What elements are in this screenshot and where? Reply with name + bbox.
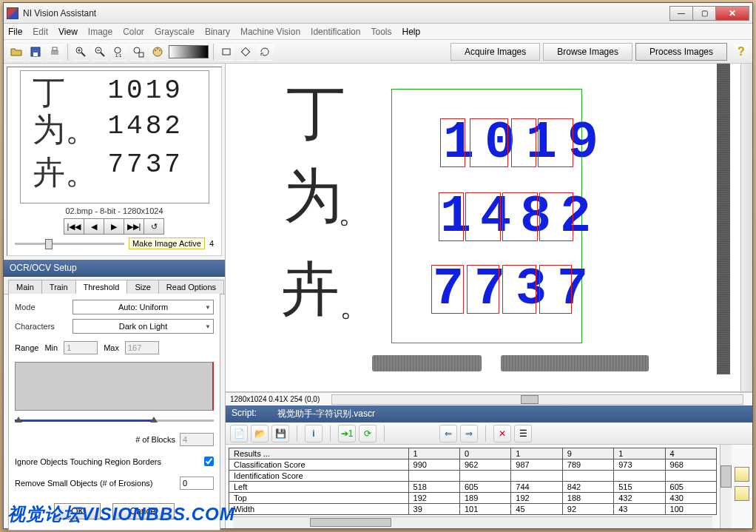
menu-file[interactable]: File (8, 27, 22, 37)
thumb-glyph: 为。 (33, 108, 98, 152)
minimize-button[interactable]: — (669, 6, 693, 21)
image-canvas[interactable]: 丁 为 。 卉 。 1019 1482 (226, 64, 752, 392)
menu-view[interactable]: View (58, 27, 78, 37)
rotated-rect-icon[interactable] (237, 43, 254, 61)
tab-main[interactable]: Main (8, 280, 42, 294)
first-image-button[interactable]: |◀◀ (64, 218, 84, 235)
step-back-icon[interactable]: ⇐ (439, 425, 457, 442)
run-once-icon[interactable]: ➔1 (338, 425, 356, 442)
col-header[interactable]: 0 (459, 448, 510, 459)
erosions-input[interactable]: 0 (180, 477, 214, 490)
horizontal-scrollbar[interactable] (331, 394, 743, 405)
menu-identification[interactable]: Identification (311, 27, 360, 37)
table-row: Top192189192188432430 (229, 493, 717, 504)
tab-browse-images[interactable]: Browse Images (543, 43, 632, 61)
open-icon[interactable] (7, 43, 25, 61)
ignore-border-checkbox[interactable] (204, 457, 214, 466)
maximize-button[interactable]: ▢ (692, 6, 716, 21)
col-header[interactable]: 4 (665, 448, 716, 459)
new-script-icon[interactable]: 📄 (230, 425, 248, 442)
tab-read-options[interactable]: Read Options (158, 280, 224, 294)
print-icon[interactable] (46, 43, 64, 61)
blocks-input[interactable]: 4 (180, 433, 214, 446)
col-header[interactable]: 1 (614, 448, 665, 459)
thumb-glyph: 卉。 (33, 151, 98, 195)
vertical-scrollbar[interactable] (740, 64, 752, 391)
script-name: 视觉助手-字符识别.vascr (277, 408, 375, 420)
zoom-fit-icon[interactable] (129, 43, 147, 61)
col-header[interactable]: 9 (562, 448, 613, 459)
step-forward-icon[interactable]: ⇒ (460, 425, 478, 442)
watermark-text: 视觉论坛VISIONBBS.COM (7, 502, 235, 526)
reload-image-button[interactable]: ↺ (144, 218, 164, 235)
ignore-border-label: Ignore Objects Touching Region Borders (15, 457, 161, 466)
menu-color[interactable]: Color (123, 27, 144, 37)
table-row: Left518605744842515605 (229, 482, 717, 493)
max-input[interactable]: 167 (125, 341, 159, 354)
open-script-icon[interactable]: 📂 (251, 425, 269, 442)
zoom-out-icon[interactable] (91, 43, 109, 61)
rect-tool-icon[interactable] (217, 43, 235, 61)
char-box (431, 265, 464, 314)
menu-bar: File Edit View Image Color Grayscale Bin… (4, 24, 752, 40)
results-pane: Results ... 1 0 1 9 1 4 Classification S… (226, 445, 752, 528)
gradient-swatch[interactable] (169, 45, 209, 58)
script-toolbar: 📄 📂 💾 i ➔1 ⟳ ⇐ ⇒ ✕ ☰ (226, 422, 752, 445)
col-header[interactable]: Results ... (229, 448, 409, 459)
menu-image[interactable]: Image (88, 27, 112, 37)
col-header[interactable]: 1 (408, 448, 459, 459)
export-icon[interactable] (735, 467, 749, 482)
canvas-glyph: 丁 (286, 74, 345, 154)
menu-edit[interactable]: Edit (33, 27, 48, 37)
script-label: Script: (232, 408, 257, 420)
delete-step-icon[interactable]: ✕ (493, 425, 511, 442)
menu-binary[interactable]: Binary (205, 27, 230, 37)
palette-icon[interactable] (149, 43, 166, 61)
results-v-scrollbar[interactable] (720, 445, 732, 528)
characters-label: Characters (15, 322, 67, 331)
mode-combo[interactable]: Auto: Uniform (72, 300, 214, 314)
tab-train[interactable]: Train (41, 280, 76, 294)
thumbnail[interactable]: 丁 为。 卉。 1019 1482 7737 (20, 70, 209, 203)
run-loop-icon[interactable]: ⟳ (359, 425, 377, 442)
image-slider[interactable] (15, 243, 124, 245)
prev-image-button[interactable]: ◀ (84, 218, 104, 235)
save-script-icon[interactable]: 💾 (271, 425, 289, 442)
char-box (538, 118, 573, 167)
refresh-icon[interactable] (256, 43, 274, 61)
info-icon[interactable]: i (305, 425, 323, 442)
threshold-slider[interactable] (15, 418, 214, 424)
zoom-1to1-icon[interactable]: 1:1 (110, 43, 128, 61)
tab-threshold[interactable]: Threshold (75, 280, 128, 294)
char-box (539, 192, 573, 241)
svg-line-5 (81, 53, 85, 56)
title-bar: NI Vision Assistant — ▢ ✕ (4, 3, 752, 24)
save-results-icon[interactable] (735, 486, 749, 501)
char-box (502, 192, 538, 241)
edit-step-icon[interactable]: ☰ (514, 425, 532, 442)
image-browser: 丁 为。 卉。 1019 1482 7737 02.bmp - 8-bit - … (7, 67, 222, 256)
make-image-active-button[interactable]: Make Image Active (129, 238, 205, 249)
image-info: 02.bmp - 8-bit - 1280x1024 (10, 206, 218, 215)
min-input[interactable]: 1 (64, 341, 98, 354)
save-icon[interactable] (27, 43, 44, 61)
results-table[interactable]: Results ... 1 0 1 9 1 4 Classification S… (229, 448, 717, 515)
results-h-scrollbar[interactable] (233, 516, 712, 528)
col-header[interactable]: 1 (511, 448, 562, 459)
menu-help[interactable]: Help (402, 27, 421, 37)
menu-machine-vision[interactable]: Machine Vision (240, 27, 300, 37)
close-button[interactable]: ✕ (715, 6, 749, 21)
zoom-in-icon[interactable] (72, 43, 90, 61)
tab-process-images[interactable]: Process Images (635, 43, 727, 61)
app-icon (7, 7, 18, 19)
tab-size[interactable]: Size (126, 280, 158, 294)
menu-tools[interactable]: Tools (371, 27, 391, 37)
characters-combo[interactable]: Dark on Light (72, 319, 214, 334)
menu-grayscale[interactable]: Grayscale (155, 27, 195, 37)
next-image-button[interactable]: ▶ (104, 218, 124, 235)
tab-acquire-images[interactable]: Acquire Images (450, 43, 540, 61)
help-icon[interactable]: ? (734, 44, 749, 59)
char-box (440, 118, 465, 167)
last-image-button[interactable]: ▶▶| (124, 218, 144, 235)
blocks-label: # of Blocks (135, 435, 175, 444)
